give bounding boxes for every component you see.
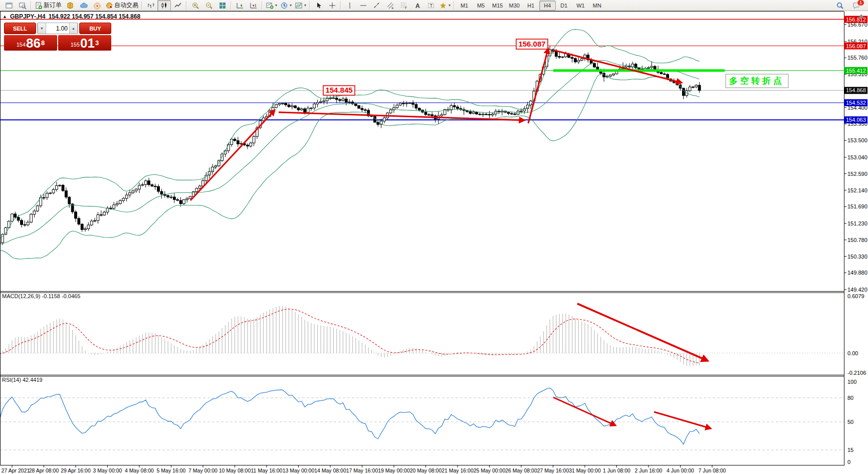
button-label: 新订单	[44, 1, 62, 10]
svg-text:A: A	[415, 2, 420, 9]
indicators-button[interactable]: ▾	[264, 0, 279, 11]
dropdown-arrow-icon: ▾	[449, 3, 451, 8]
fibonacci-button[interactable]: F	[397, 0, 410, 11]
shapes-button[interactable]: ▾	[438, 0, 452, 11]
svg-text:4 May 08:00: 4 May 08:00	[125, 467, 154, 473]
signals-button[interactable]	[90, 0, 104, 11]
buy-button[interactable]: BUY	[79, 23, 111, 34]
buy-price[interactable]: 155 01 3	[58, 35, 111, 51]
svg-text:151.230: 151.230	[847, 220, 867, 226]
svg-text:149.880: 149.880	[847, 270, 867, 276]
svg-text:80: 80	[847, 395, 853, 401]
button-label: 自动交易	[114, 1, 138, 10]
candle-chart-button[interactable]	[157, 0, 171, 11]
svg-text:155.760: 155.760	[847, 55, 867, 61]
zoom-in-button[interactable]	[188, 0, 202, 11]
svg-text:21 May 16:00: 21 May 16:00	[442, 467, 474, 473]
one-click-trade-panel: SELL ▼ ▲ BUY 154 86 8 155 01 3	[4, 23, 111, 51]
volume-down-icon[interactable]: ▼	[38, 23, 46, 34]
timeframe-H4[interactable]: H4	[539, 1, 556, 11]
price-label-box[interactable]: 154.845	[323, 86, 355, 95]
windows-button[interactable]	[2, 0, 16, 11]
new-order-button[interactable]: 新订单	[33, 0, 63, 11]
history-center-button[interactable]	[63, 0, 77, 11]
timeframe-M5[interactable]: M5	[473, 1, 489, 11]
price-label-box[interactable]: 156.087	[516, 39, 548, 49]
volume-up-icon[interactable]: ▲	[69, 23, 78, 34]
templates-button[interactable]: ▾	[293, 0, 308, 11]
svg-text:155.412: 155.412	[846, 68, 866, 74]
svg-text:19 May 00:00: 19 May 00:00	[378, 467, 410, 473]
sell-price[interactable]: 154 86 8	[4, 35, 57, 51]
svg-text:E: E	[391, 6, 393, 9]
search-button[interactable]	[833, 0, 846, 11]
auto-scroll-icon	[236, 2, 244, 10]
toolbar-separator	[31, 1, 32, 10]
toolbar-separator	[309, 1, 310, 10]
dropdown-arrow-icon: ▾	[290, 3, 292, 8]
crosshair-icon	[328, 2, 336, 10]
trendline-button[interactable]	[370, 0, 383, 11]
svg-text:-0.2106: -0.2106	[847, 370, 866, 376]
text-button[interactable]: A	[410, 0, 424, 11]
svg-text:150.780: 150.780	[847, 237, 867, 243]
crosshair-button[interactable]	[325, 0, 339, 11]
sell-button[interactable]: SELL	[4, 23, 36, 34]
line-chart-button[interactable]	[171, 0, 184, 11]
vline-button[interactable]	[343, 0, 356, 11]
timeframe-M30[interactable]: M30	[506, 1, 522, 11]
svg-text:2 Jun 16:00: 2 Jun 16:00	[635, 467, 663, 473]
svg-text:多空转折点: 多空转折点	[729, 76, 784, 86]
svg-text:13 May 00:00: 13 May 00:00	[283, 467, 315, 473]
svg-text:14 May 08:00: 14 May 08:00	[314, 467, 346, 473]
hline-button[interactable]	[356, 0, 370, 11]
label-button[interactable]: T	[424, 0, 438, 11]
auto-scroll-button[interactable]	[233, 0, 247, 11]
periods-button[interactable]: ▾	[279, 0, 293, 11]
cloud-icon	[80, 2, 88, 10]
window-icon	[5, 2, 13, 10]
timeframe-D1[interactable]: D1	[556, 1, 572, 11]
signal-icon	[93, 2, 101, 10]
svg-text:15: 15	[847, 447, 853, 453]
window-search-button[interactable]	[16, 0, 29, 11]
autotrading-button[interactable]: 自动交易	[104, 0, 140, 11]
timeframe-H1[interactable]: H1	[523, 1, 539, 11]
bar-chart-button[interactable]	[144, 0, 157, 11]
chat-button[interactable]: 1	[849, 0, 863, 11]
label-icon: T	[427, 2, 435, 10]
svg-text:5 May 16:00: 5 May 16:00	[157, 467, 186, 473]
toolbar-separator	[231, 1, 232, 10]
annotation-box[interactable]: 多空转折点	[726, 74, 788, 88]
volume-input[interactable]	[46, 23, 69, 34]
text-icon: A	[413, 2, 421, 10]
bar-chart-icon	[147, 2, 155, 10]
trendline-icon	[373, 2, 381, 10]
svg-text:153.040: 153.040	[847, 154, 867, 160]
svg-text:0.6079: 0.6079	[847, 293, 864, 299]
mql5-community-button[interactable]	[77, 0, 90, 11]
toolbar-separator	[262, 1, 263, 10]
timeframe-M1[interactable]: M1	[456, 1, 473, 11]
collapse-panel-icon[interactable]: ▲	[3, 14, 7, 19]
chart-shift-button[interactable]	[247, 0, 260, 11]
chart-symbol-header: ▲ GBPJPY-,H4 154.922 154.957 154.854 154…	[3, 13, 140, 20]
timeframe-MN[interactable]: MN	[589, 1, 605, 11]
timeframe-W1[interactable]: W1	[572, 1, 589, 11]
cursor-icon	[315, 2, 323, 10]
dropdown-arrow-icon: ▾	[275, 3, 277, 8]
svg-text:156.087: 156.087	[518, 40, 545, 48]
tile-windows-button[interactable]	[215, 0, 229, 11]
book-icon	[66, 2, 74, 10]
zoom-out-button[interactable]	[202, 0, 215, 11]
period-icon	[280, 2, 288, 10]
cursor-button[interactable]	[312, 0, 325, 11]
svg-text:28 Apr 08:00: 28 Apr 08:00	[29, 467, 59, 473]
svg-text:7 Jun 08:00: 7 Jun 08:00	[699, 467, 726, 473]
svg-text:152.140: 152.140	[847, 187, 867, 193]
timeframe-M15[interactable]: M15	[489, 1, 506, 11]
window-search-icon	[19, 2, 27, 10]
channel-button[interactable]: E	[383, 0, 397, 11]
ohlc-values: 154.922 154.957 154.854 154.868	[49, 13, 141, 20]
svg-text:152.590: 152.590	[847, 171, 867, 177]
